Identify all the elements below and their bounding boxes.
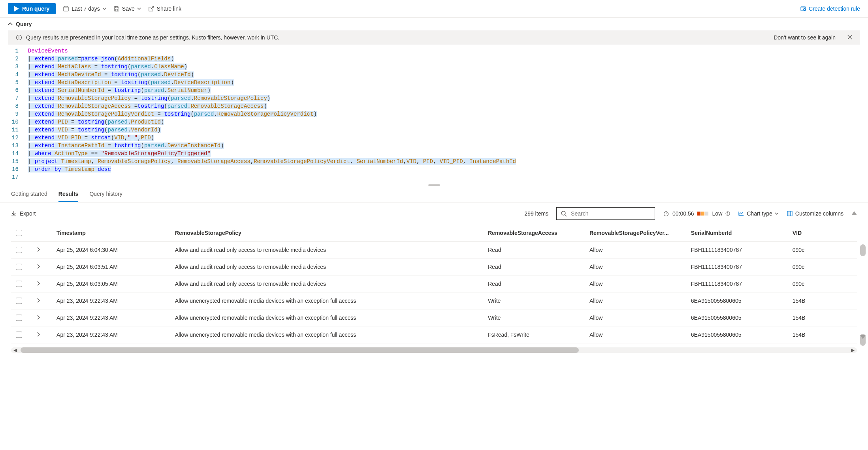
chevron-right-icon [37,298,40,303]
chevron-right-icon [37,315,40,320]
table-row[interactable]: Apr 23, 2024 9:22:43 AMAllow unencrypted… [11,292,857,309]
pane-splitter[interactable] [0,184,868,187]
cell-access: FsRead, FsWrite [485,326,586,343]
select-all-cell[interactable] [11,225,34,242]
elapsed-time: 00:00.56 [672,210,694,217]
expand-row-button[interactable] [34,292,53,309]
tab-getting-started[interactable]: Getting started [11,187,47,202]
download-icon [11,210,17,217]
export-button[interactable]: Export [11,210,36,217]
search-input[interactable] [570,210,651,217]
col-access[interactable]: RemovableStorageAccess [485,225,586,242]
expand-header [34,225,53,242]
query-section-header[interactable]: Query [0,18,868,30]
cell-timestamp: Apr 23, 2024 9:22:43 AM [53,326,172,343]
tab-query-history[interactable]: Query history [89,187,122,202]
svg-point-11 [19,36,19,36]
cell-access: Read [485,242,586,259]
col-verdict[interactable]: RemovableStoragePolicyVer... [586,225,688,242]
save-dropdown[interactable]: Save [113,6,141,12]
expand-row-button[interactable] [34,309,53,326]
cell-policy: Allow unencrypted removable media device… [172,292,485,309]
svg-point-8 [804,9,806,11]
row-checkbox[interactable] [16,332,22,338]
tab-results[interactable]: Results [58,187,79,202]
cell-timestamp: Apr 23, 2024 9:22:43 AM [53,309,172,326]
col-policy[interactable]: RemovableStoragePolicy [172,225,485,242]
cell-verdict: Allow [586,326,688,343]
expand-row-button[interactable] [34,276,53,292]
query-section-label: Query [16,21,32,27]
chart-type-label: Chart type [747,210,772,217]
scrollbar-thumb[interactable] [21,347,579,353]
vertical-scrollbar[interactable] [860,244,866,256]
cell-verdict: Allow [586,242,688,259]
svg-rect-24 [787,211,792,216]
cell-vid: 090c [789,242,857,259]
row-checkbox[interactable] [16,247,22,253]
expand-row-button[interactable] [34,326,53,343]
search-icon [561,210,567,217]
cell-access: Write [485,309,586,326]
code-area[interactable]: DeviceEvents| extend parsed=parse_json(A… [28,47,860,181]
table-row[interactable]: Apr 25, 2024 6:04:30 AMAllow and audit r… [11,242,857,259]
expand-row-button[interactable] [34,259,53,276]
run-query-button[interactable]: Run query [8,3,56,14]
cell-policy: Allow unencrypted removable media device… [172,309,485,326]
cell-serial: 6EA9150055800605 [688,326,789,343]
expand-row-button[interactable] [34,242,53,259]
save-icon [113,6,120,12]
cell-verdict: Allow [586,259,688,276]
chevron-down-icon [137,8,141,10]
table-row[interactable]: Apr 25, 2024 6:03:51 AMAllow and audit r… [11,259,857,276]
banner-dismiss-link[interactable]: Don't want to see it again [774,34,836,41]
svg-rect-0 [64,7,68,11]
collapse-up-icon[interactable] [851,211,857,216]
time-range-dropdown[interactable]: Last 7 days [63,6,106,12]
chart-icon [738,210,744,217]
stopwatch-icon [663,210,669,217]
table-row[interactable]: Apr 23, 2024 9:22:43 AMAllow unencrypted… [11,309,857,326]
table-row[interactable]: Apr 25, 2024 6:03:05 AMAllow and audit r… [11,276,857,292]
scroll-right-icon[interactable]: ▶ [851,347,855,353]
col-timestamp[interactable]: Timestamp [53,225,172,242]
cell-policy: Allow unencrypted removable media device… [172,326,485,343]
row-checkbox[interactable] [16,298,22,304]
cell-serial: FBH1111183400787 [688,259,789,276]
share-label: Share link [157,6,181,12]
customize-label: Customize columns [795,210,844,217]
row-checkbox[interactable] [16,315,22,321]
chevron-down-icon [102,8,106,10]
cell-access: Read [485,259,586,276]
col-serial[interactable]: SerialNumberId [688,225,789,242]
results-toolbar: Export 299 items 00:00.56 Low Chart type… [0,202,868,225]
cell-serial: FBH1111183400787 [688,242,789,259]
play-icon [14,6,19,11]
scroll-left-icon[interactable]: ◀ [13,347,17,353]
info-icon [16,34,22,41]
cell-verdict: Allow [586,292,688,309]
chevron-right-icon [37,332,40,337]
create-detection-rule-link[interactable]: Create detection rule [800,6,860,12]
detection-icon [800,6,806,12]
cell-policy: Allow and audit read only access to remo… [172,242,485,259]
row-checkbox[interactable] [16,281,22,287]
customize-columns-button[interactable]: Customize columns [787,210,844,217]
select-all-checkbox[interactable] [16,230,22,236]
cell-access: Read [485,276,586,292]
scroll-down-indicator[interactable] [860,334,866,346]
cell-policy: Allow and audit read only access to remo… [172,276,485,292]
chart-type-dropdown[interactable]: Chart type [738,210,779,217]
banner-close-button[interactable] [847,34,852,41]
query-editor[interactable]: 1234567891011121314151617 DeviceEvents| … [0,45,868,184]
col-vid[interactable]: VID [789,225,857,242]
horizontal-scrollbar[interactable]: ◀ ▶ [11,347,857,353]
svg-point-16 [561,211,565,215]
share-link-button[interactable]: Share link [148,6,181,12]
calendar-icon [63,6,69,12]
results-search-box[interactable] [556,207,655,220]
cell-timestamp: Apr 25, 2024 6:04:30 AM [53,242,172,259]
table-row[interactable]: Apr 23, 2024 9:22:43 AMAllow unencrypted… [11,326,857,343]
cell-verdict: Allow [586,276,688,292]
row-checkbox[interactable] [16,264,22,270]
